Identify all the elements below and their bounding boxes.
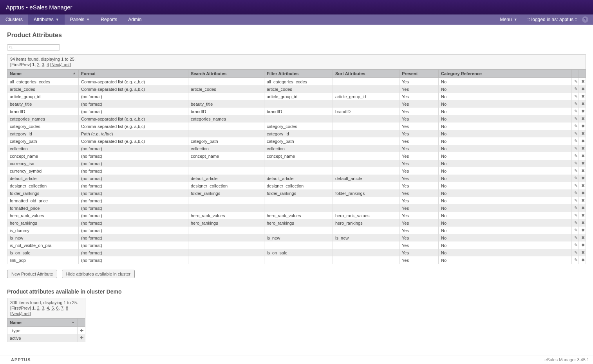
edit-icon[interactable]: ✎ <box>572 182 579 189</box>
pager-page-6[interactable]: 6 <box>56 306 58 310</box>
delete-icon[interactable]: ✖ <box>579 152 586 160</box>
nav-panels[interactable]: Panels▼ <box>65 14 96 25</box>
cluster-col-name[interactable]: Name▲ <box>7 319 78 327</box>
cell-sort <box>333 227 400 234</box>
col-category-reference[interactable]: Category Reference <box>439 70 572 78</box>
delete-icon[interactable]: ✖ <box>579 145 586 152</box>
cluster-pager-line1: [First/Prev] 1, 2, 3, 4, 5, 6, 7, 8 <box>10 306 82 310</box>
delete-icon[interactable]: ✖ <box>579 85 586 93</box>
pager-page-3[interactable]: 3 <box>42 306 44 310</box>
edit-icon[interactable]: ✎ <box>572 78 579 86</box>
delete-icon[interactable]: ✖ <box>579 234 586 241</box>
edit-icon[interactable]: ✎ <box>572 227 579 234</box>
logged-in-text: :: logged in as: apptus :: <box>528 17 577 22</box>
nav-reports[interactable]: Reports <box>95 14 123 25</box>
edit-icon[interactable]: ✎ <box>572 167 579 175</box>
edit-icon[interactable]: ✎ <box>572 189 579 197</box>
col-name[interactable]: Name▲ <box>7 70 79 78</box>
pager-page-2[interactable]: 2 <box>37 62 39 67</box>
nav-clusters[interactable]: Clusters <box>0 14 28 25</box>
delete-icon[interactable]: ✖ <box>579 108 586 115</box>
delete-icon[interactable]: ✖ <box>579 123 586 130</box>
delete-icon[interactable]: ✖ <box>579 256 586 264</box>
delete-icon[interactable]: ✖ <box>579 204 586 212</box>
edit-icon[interactable]: ✎ <box>572 115 579 123</box>
add-icon[interactable]: ✚ <box>78 334 85 342</box>
delete-icon[interactable]: ✖ <box>579 241 586 249</box>
delete-icon[interactable]: ✖ <box>579 137 586 145</box>
delete-icon[interactable]: ✖ <box>579 78 586 86</box>
delete-icon[interactable]: ✖ <box>579 100 586 108</box>
cell-cat: No <box>439 234 572 241</box>
delete-icon[interactable]: ✖ <box>579 130 586 137</box>
cell-sort <box>333 130 400 137</box>
pager-page-7[interactable]: 7 <box>61 306 63 310</box>
delete-icon[interactable]: ✖ <box>579 219 586 227</box>
pager-page-8[interactable]: 8 <box>66 306 68 310</box>
delete-icon[interactable]: ✖ <box>579 93 586 100</box>
edit-icon[interactable]: ✎ <box>572 219 579 227</box>
edit-icon[interactable]: ✎ <box>572 212 579 219</box>
svg-line-1 <box>11 48 13 49</box>
search-input[interactable] <box>14 45 58 50</box>
col-search-attributes[interactable]: Search Attributes <box>188 70 264 78</box>
nav-admin[interactable]: Admin <box>123 14 147 25</box>
edit-icon[interactable]: ✎ <box>572 256 579 264</box>
pager-page-2[interactable]: 2 <box>37 306 39 310</box>
edit-icon[interactable]: ✎ <box>572 197 579 204</box>
add-icon[interactable]: ✚ <box>78 327 85 335</box>
delete-icon[interactable]: ✖ <box>579 182 586 189</box>
edit-icon[interactable]: ✎ <box>572 175 579 182</box>
edit-icon[interactable]: ✎ <box>572 204 579 212</box>
table-row: currency_iso(no format)YesNo✎✖ <box>7 160 586 167</box>
delete-icon[interactable]: ✖ <box>579 115 586 123</box>
cell-search <box>188 130 264 137</box>
nav-attributes[interactable]: Attributes▼ <box>28 14 65 25</box>
cell-present: Yes <box>400 130 439 137</box>
delete-icon[interactable]: ✖ <box>579 197 586 204</box>
edit-icon[interactable]: ✎ <box>572 123 579 130</box>
col-format[interactable]: Format <box>79 70 188 78</box>
cell-search: brandID <box>188 108 264 115</box>
pager-page-4[interactable]: 4 <box>47 306 49 310</box>
edit-icon[interactable]: ✎ <box>572 145 579 152</box>
search-box[interactable] <box>7 44 60 50</box>
col-sort-attributes[interactable]: Sort Attributes <box>333 70 400 78</box>
edit-icon[interactable]: ✎ <box>572 234 579 241</box>
col-filter-attributes[interactable]: Filter Attributes <box>264 70 333 78</box>
delete-icon[interactable]: ✖ <box>579 167 586 175</box>
cluster-pager-last[interactable]: Last <box>22 311 30 316</box>
cell-format: (no format) <box>79 145 188 152</box>
edit-icon[interactable]: ✎ <box>572 249 579 256</box>
edit-icon[interactable]: ✎ <box>572 160 579 167</box>
pager-next[interactable]: Next <box>51 62 60 67</box>
hide-attributes-button[interactable]: Hide attributes available in cluster <box>62 270 135 278</box>
delete-icon[interactable]: ✖ <box>579 212 586 219</box>
edit-icon[interactable]: ✎ <box>572 108 579 115</box>
edit-icon[interactable]: ✎ <box>572 85 579 93</box>
pager-page-3[interactable]: 3 <box>42 62 44 67</box>
delete-icon[interactable]: ✖ <box>579 189 586 197</box>
delete-icon[interactable]: ✖ <box>579 227 586 234</box>
edit-icon[interactable]: ✎ <box>572 100 579 108</box>
delete-icon[interactable]: ✖ <box>579 175 586 182</box>
cell-search: categories_names <box>188 115 264 123</box>
col-present[interactable]: Present <box>400 70 439 78</box>
cell-cat: No <box>439 152 572 160</box>
menu-dropdown[interactable]: Menu ▼ <box>495 17 523 22</box>
pager-page-4[interactable]: 4 <box>47 62 49 67</box>
new-product-attribute-button[interactable]: New Product Attribute <box>7 270 57 278</box>
cluster-pager-next[interactable]: Next <box>11 311 20 316</box>
edit-icon[interactable]: ✎ <box>572 241 579 249</box>
delete-icon[interactable]: ✖ <box>579 160 586 167</box>
help-icon[interactable]: ? <box>582 16 588 23</box>
cell-present: Yes <box>400 256 439 264</box>
edit-icon[interactable]: ✎ <box>572 93 579 100</box>
edit-icon[interactable]: ✎ <box>572 152 579 160</box>
pager-page-5[interactable]: 5 <box>51 306 54 310</box>
cell-cat: No <box>439 130 572 137</box>
edit-icon[interactable]: ✎ <box>572 130 579 137</box>
pager-last[interactable]: Last <box>61 62 70 67</box>
delete-icon[interactable]: ✖ <box>579 249 586 256</box>
edit-icon[interactable]: ✎ <box>572 137 579 145</box>
